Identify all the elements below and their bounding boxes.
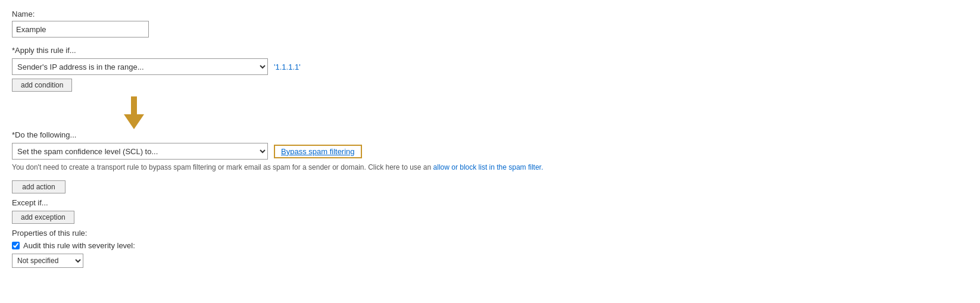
properties-label: Properties of this rule: [12,229,968,238]
svg-marker-0 [124,96,144,129]
bypass-spam-filtering-button[interactable]: Bypass spam filtering [281,147,355,156]
apply-rule-section: *Apply this rule if... Sender's IP addre… [12,46,968,92]
except-if-section: Except if... add exception [12,198,968,224]
apply-rule-row: Sender's IP address is in the range... '… [12,58,968,75]
bypass-box: Bypass spam filtering [274,145,362,158]
apply-rule-dropdown[interactable]: Sender's IP address is in the range... [12,58,268,75]
name-label: Name: [12,10,968,18]
severity-dropdown[interactable]: Not specified Low Medium High [12,254,83,268]
do-following-section: *Do the following... Set the spam confid… [12,130,968,193]
bypass-note: You don't need to create a transport rul… [12,163,548,171]
add-condition-button[interactable]: add condition [12,79,72,92]
add-action-button[interactable]: add action [12,180,65,193]
do-following-label: *Do the following... [12,130,968,139]
apply-rule-label: *Apply this rule if... [12,46,968,55]
audit-checkbox[interactable] [12,242,20,249]
down-arrow-icon [119,96,149,129]
do-following-row: Set the spam confidence level (SCL) to..… [12,143,968,160]
properties-section: Properties of this rule: Audit this rule… [12,229,968,268]
except-if-label: Except if... [12,198,968,207]
name-section: Name: [12,10,968,38]
arrow-wrapper [119,96,968,129]
bypass-note-link[interactable]: allow or block list in the spam filter. [433,163,544,171]
bypass-note-text: You don't need to create a transport rul… [12,163,433,171]
do-following-dropdown[interactable]: Set the spam confidence level (SCL) to..… [12,143,268,160]
severity-row: Not specified Low Medium High [12,254,968,268]
audit-row: Audit this rule with severity level: [12,241,968,250]
name-input[interactable] [12,21,149,38]
ip-address-link[interactable]: '1.1.1.1' [274,63,301,71]
audit-label: Audit this rule with severity level: [23,241,135,250]
add-exception-button[interactable]: add exception [12,211,74,224]
